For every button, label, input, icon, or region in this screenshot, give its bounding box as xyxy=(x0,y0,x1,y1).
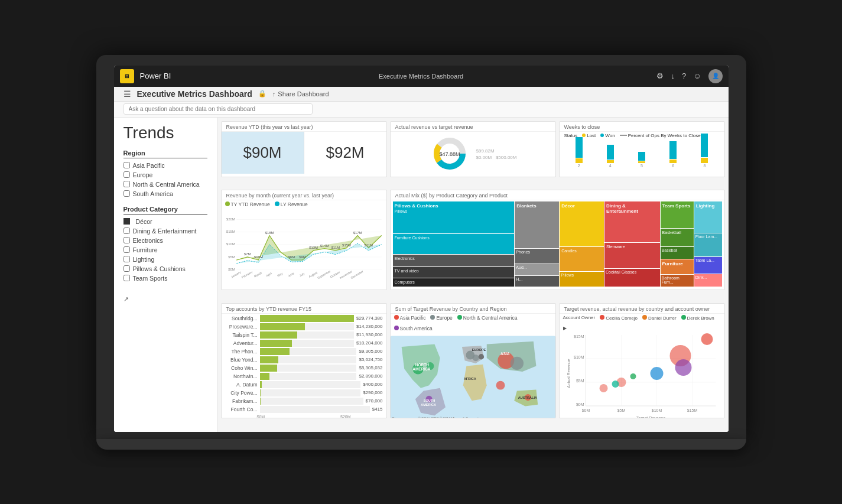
help-icon[interactable]: ? xyxy=(682,71,686,80)
svg-text:$6M: $6M xyxy=(288,256,295,259)
bar-row-fourthco: Fourth Co... $415 xyxy=(225,406,383,413)
tile-revenue-ytd: Revenue YTD (this year vs last year) $90… xyxy=(221,121,387,177)
bar-value-blueyond: $5,624,750 xyxy=(359,357,382,362)
sidebar-item-europe[interactable]: Europe xyxy=(123,171,207,178)
bar-label-phone: The Phon... xyxy=(225,349,258,355)
electronics-checkbox[interactable] xyxy=(123,237,130,243)
svg-text:July: July xyxy=(298,272,305,278)
sidebar-item-dining[interactable]: Dining & Entertainment xyxy=(123,227,207,235)
sidebar-item-south-america[interactable]: South America xyxy=(123,190,207,197)
svg-text:March: March xyxy=(253,271,262,278)
tm-stemware: Stemware xyxy=(604,243,660,268)
dashboard: Revenue YTD (this year vs last year) $90… xyxy=(217,118,729,432)
tm-cocktail-glasses: Cocktail Glasses xyxy=(604,269,660,287)
svg-text:$14M: $14M xyxy=(320,244,329,248)
team-sports-label: Team Sports xyxy=(133,275,168,282)
tm-furniture-cushions: Furniture Cushions xyxy=(393,234,515,254)
svg-text:Actual Revenue: Actual Revenue xyxy=(566,359,570,388)
product-section: Product Category Décor Dining & Entertai… xyxy=(123,206,207,282)
scatter-svg: $15M $10M $5M $0M $0M $5M $10M $15M Ac xyxy=(560,332,724,418)
sidebar-item-furniture[interactable]: Furniture xyxy=(123,246,207,253)
topbar-icons: ⚙ ↓ ? ☺ 👤 xyxy=(656,69,722,83)
sidebar-item-electronics[interactable]: Electronics xyxy=(123,237,207,244)
tile-actual-mix-header: Actual Mix ($) by Product Category and P… xyxy=(391,190,724,200)
pillows-checkbox[interactable] xyxy=(123,265,130,272)
tm-pillows-dec: Pillows xyxy=(560,272,604,287)
label-north-america2: AMERICA xyxy=(412,367,431,371)
tm-phones: Phones xyxy=(515,249,559,264)
revenue-value-1: $90M xyxy=(222,132,304,174)
svg-text:December: December xyxy=(350,269,364,279)
bar-label-fourthco: Fourth Co... xyxy=(225,407,258,412)
won-legend: Won xyxy=(600,133,615,138)
map-legend-north: North & Central America xyxy=(457,315,518,321)
svg-text:$11M: $11M xyxy=(331,246,340,250)
scatter-legend: Account Owner Cecilia Comejo Daniel Durr… xyxy=(560,314,724,332)
main-layout: Trends Region Asia Pacific Europe N xyxy=(114,118,729,432)
tile-top-accounts: Top accounts by YTD revenue FY15 Southri… xyxy=(221,303,387,418)
bubble-asia3 xyxy=(496,381,505,390)
svg-text:$5M: $5M xyxy=(576,379,584,383)
bar-value-fabrikam: $70,000 xyxy=(366,398,383,404)
bar-row-northwin: Northwin... $2,890,000 xyxy=(225,373,383,380)
furniture-checkbox[interactable] xyxy=(123,246,130,253)
tm-table-la: Table La... xyxy=(694,257,722,273)
dining-checkbox[interactable] xyxy=(123,227,130,234)
legend-more[interactable]: ▶ xyxy=(563,326,567,331)
tm-pillows-cushions: Pillows & CushionsPillows xyxy=(393,201,515,233)
tm-team-sports: Team Sports xyxy=(661,201,694,228)
bar-label-blueyond: Blue Yond... xyxy=(225,357,258,363)
south-america-checkbox[interactable] xyxy=(123,190,130,197)
sidebar-item-pillows[interactable]: Pillows & Cushions xyxy=(123,265,207,272)
feedback-icon[interactable]: ☺ xyxy=(693,71,701,80)
bar-row-cohowin: Coho Win... $5,305,032 xyxy=(225,365,383,372)
bar-won-8 xyxy=(701,134,708,157)
tile-actual-revenue: Actual revenue vs target revenue $47.88M xyxy=(390,121,556,177)
bar-row-fabrikam: Fabrikam... $70,000 xyxy=(225,398,383,405)
asia-pacific-checkbox[interactable] xyxy=(123,162,130,168)
label-australia: AUSTRALIA xyxy=(518,396,537,399)
furniture-label: Furniture xyxy=(133,246,158,253)
user-avatar[interactable]: 👤 xyxy=(708,69,723,83)
sidebar-item-decor[interactable]: Décor xyxy=(123,218,207,225)
tm-bathroom-furn: Bathroom Furn... xyxy=(661,275,694,287)
ly-legend: LY Revenue xyxy=(275,201,308,207)
sidebar-item-team-sports[interactable]: Team Sports xyxy=(123,275,207,282)
tm-h: H... xyxy=(515,276,559,287)
sidebar-item-north-central-america[interactable]: North & Central America xyxy=(123,181,207,188)
hamburger-icon[interactable]: ☰ xyxy=(123,89,131,99)
download-icon[interactable]: ↓ xyxy=(671,71,675,80)
europe-checkbox[interactable] xyxy=(123,171,130,178)
bar-track-proseware xyxy=(260,323,355,330)
bar-track-fourthco xyxy=(260,406,370,413)
tile-map: Sum of Target Revenue by Country and Reg… xyxy=(390,303,556,418)
tile-weeks-to-close: Weeks to close Status Lost Won Percent o… xyxy=(559,121,725,177)
qa-input[interactable] xyxy=(123,103,313,115)
bar-value-tailspin: $11,930,000 xyxy=(356,332,383,337)
north-central-america-checkbox[interactable] xyxy=(123,181,130,187)
bar-track-cohowin xyxy=(260,365,357,372)
svg-text:$15M: $15M xyxy=(687,408,697,412)
sidebar-item-lighting[interactable]: Lighting xyxy=(123,256,207,263)
lighting-checkbox[interactable] xyxy=(123,256,130,262)
bar-track-adatum xyxy=(260,381,361,388)
north-central-america-label: North & Central America xyxy=(133,181,200,188)
bar-fill-tailspin xyxy=(260,331,298,339)
settings-icon[interactable]: ⚙ xyxy=(656,71,664,80)
powerbi-logo: ⊞ xyxy=(120,69,134,83)
tm-furniture-cat: Furniture xyxy=(661,259,694,275)
bar-track-phone xyxy=(260,348,357,355)
sidebar-item-asia-pacific[interactable]: Asia Pacific xyxy=(123,162,207,169)
map-legend-south: South America xyxy=(394,326,433,331)
laptop-base xyxy=(96,439,746,450)
svg-text:$15M: $15M xyxy=(342,243,351,247)
bing-watermark: Bing xyxy=(392,417,398,418)
bar-value-proseware: $14,230,000 xyxy=(356,324,383,329)
share-dashboard-button[interactable]: ↑ Share Dashboard xyxy=(272,90,329,97)
label-africa: AFRICA xyxy=(463,377,476,381)
expand-icon[interactable]: ↗ xyxy=(123,295,129,303)
team-sports-checkbox[interactable] xyxy=(123,275,130,281)
bar-track-tailspin xyxy=(260,331,355,339)
svg-text:$11M: $11M xyxy=(364,243,373,247)
x-label-0: $0M xyxy=(257,415,265,418)
